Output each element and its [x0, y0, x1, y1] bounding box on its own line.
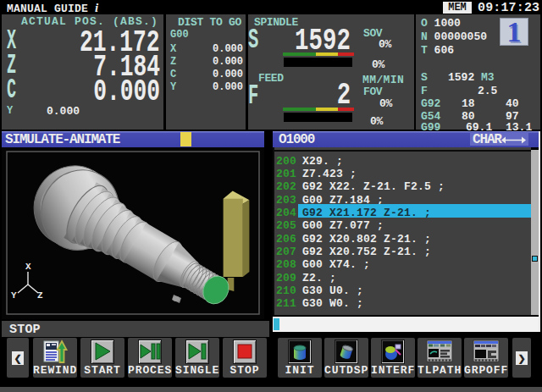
svg-text:Z: Z — [37, 290, 43, 301]
svg-text:Y: Y — [11, 290, 17, 301]
svg-text:X: X — [25, 262, 31, 272]
